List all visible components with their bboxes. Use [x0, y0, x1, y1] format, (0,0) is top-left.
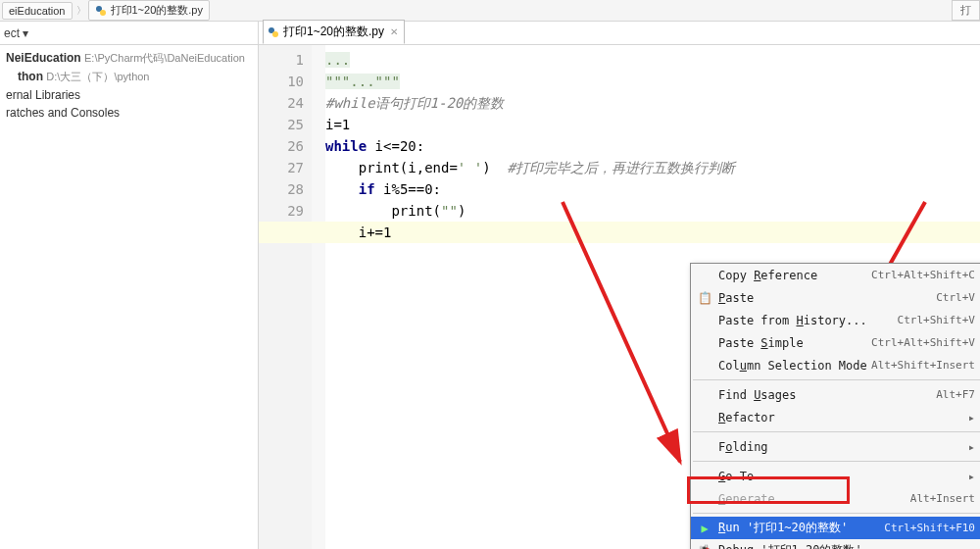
toolbar-row: ect ▾ 打印1~20的整数.py ✕: [0, 22, 980, 45]
menu-item[interactable]: Column Selection ModeAlt+Shift+Insert: [691, 354, 980, 376]
tab-file-label: 打印1~20的整数.py: [283, 24, 384, 40]
menu-shortcut: Ctrl+V: [936, 291, 975, 304]
code-line[interactable]: #while语句打印1-20的整数: [325, 92, 980, 114]
tab-file[interactable]: 打印1~20的整数.py ✕: [263, 20, 405, 44]
menu-item-label: Go To: [718, 470, 754, 483]
fold-gutter: [312, 45, 325, 549]
menu-item[interactable]: 📋PasteCtrl+V: [691, 286, 980, 309]
menu-shortcut: Alt+F7: [936, 388, 975, 401]
paste-icon: 📋: [697, 291, 712, 305]
chevron-right-icon: ▸: [968, 470, 975, 483]
menu-item[interactable]: Paste SimpleCtrl+Alt+Shift+V: [691, 331, 980, 354]
toolbar-right-button[interactable]: 打: [952, 0, 980, 21]
breadcrumb-bar: eiEducation 〉 打印1~20的整数.py 打: [0, 0, 980, 22]
gutter: 11024252627282930: [259, 45, 312, 549]
bug-icon: 🐞: [697, 544, 712, 550]
tree-item-ext-libs[interactable]: ernal Libraries: [0, 86, 258, 104]
menu-shortcut: Ctrl+Alt+Shift+V: [871, 336, 975, 349]
menu-item-label: Run '打印1~20的整数': [718, 520, 848, 536]
menu-shortcut: Ctrl+Shift+V: [898, 314, 975, 326]
menu-shortcut: Ctrl+Alt+Shift+C: [871, 269, 975, 281]
editor-tabs: 打印1~20的整数.py ✕: [259, 22, 405, 44]
editor-pane[interactable]: 11024252627282930 ..."""..."""#while语句打印…: [259, 45, 980, 549]
code-line[interactable]: """...""": [325, 71, 980, 92]
menu-item-label: Folding: [718, 440, 768, 454]
breadcrumb-project[interactable]: eiEducation: [2, 2, 73, 20]
chevron-right-icon: ▸: [968, 411, 975, 424]
menu-item[interactable]: Refactor▸: [691, 406, 980, 428]
menu-item-label: Paste: [718, 291, 754, 305]
menu-item-label: Column Selection Mode: [718, 359, 867, 373]
svg-point-3: [272, 31, 278, 37]
chevron-right-icon: ▸: [968, 440, 975, 454]
menu-item[interactable]: ▶Run '打印1~20的整数'Ctrl+Shift+F10: [691, 517, 980, 539]
chevron-icon: 〉: [76, 4, 86, 18]
menu-item[interactable]: Copy ReferenceCtrl+Alt+Shift+C: [691, 264, 980, 286]
project-tree[interactable]: NeiEducation E:\PyCharm代码\DaNeiEducation…: [0, 45, 259, 549]
code-line[interactable]: i=1: [325, 114, 980, 135]
menu-item-label: Debug '打印1~20的整数': [718, 542, 862, 549]
breadcrumb-file-label: 打印1~20的整数.py: [111, 3, 203, 18]
svg-point-1: [100, 10, 106, 16]
menu-item[interactable]: 🐞Debug '打印1~20的整数': [691, 539, 980, 549]
context-menu: Copy ReferenceCtrl+Alt+Shift+C📋PasteCtrl…: [690, 263, 980, 549]
menu-item-label: Refactor: [718, 411, 775, 424]
menu-item[interactable]: Paste from History...Ctrl+Shift+V: [691, 309, 980, 331]
code-line[interactable]: i+=1: [325, 222, 980, 243]
close-icon[interactable]: ✕: [390, 26, 398, 37]
menu-item: Generate...Alt+Insert: [691, 487, 980, 510]
code-line[interactable]: ...: [325, 49, 980, 71]
menu-shortcut: Alt+Shift+Insert: [871, 359, 975, 372]
project-dropdown[interactable]: ect ▾: [0, 22, 259, 44]
tree-item-python[interactable]: thon D:\大三（下）\python: [0, 68, 258, 86]
menu-separator: [693, 513, 980, 514]
tree-item-scratches[interactable]: ratches and Consoles: [0, 104, 258, 122]
breadcrumb-file[interactable]: 打印1~20的整数.py: [88, 0, 210, 21]
menu-item-label: Copy Reference: [718, 269, 817, 282]
code-area[interactable]: ..."""..."""#while语句打印1-20的整数i=1while i<…: [325, 49, 980, 243]
menu-item[interactable]: Go To▸: [691, 465, 980, 487]
menu-separator: [693, 379, 980, 380]
menu-separator: [693, 461, 980, 462]
menu-item[interactable]: Folding▸: [691, 435, 980, 458]
run-icon: ▶: [697, 522, 712, 535]
python-icon: [268, 26, 279, 38]
menu-item-label: Generate...: [718, 492, 796, 506]
code-line[interactable]: while i<=20:: [325, 135, 980, 157]
code-line[interactable]: print(i,end=' ') #打印完毕之后，再进行五数换行判断: [325, 157, 980, 178]
tree-item-project[interactable]: NeiEducation E:\PyCharm代码\DaNeiEducation: [0, 49, 258, 68]
menu-shortcut: Alt+Insert: [910, 492, 975, 505]
menu-shortcut: Ctrl+Shift+F10: [884, 522, 975, 534]
menu-item-label: Paste from History...: [718, 314, 867, 327]
code-line[interactable]: print(""): [325, 200, 980, 222]
menu-item-label: Find Usages: [718, 388, 796, 402]
python-icon: [95, 5, 107, 17]
code-line[interactable]: if i%5==0:: [325, 178, 980, 200]
menu-item[interactable]: Find UsagesAlt+F7: [691, 383, 980, 406]
menu-item-label: Paste Simple: [718, 336, 804, 350]
menu-separator: [693, 431, 980, 432]
